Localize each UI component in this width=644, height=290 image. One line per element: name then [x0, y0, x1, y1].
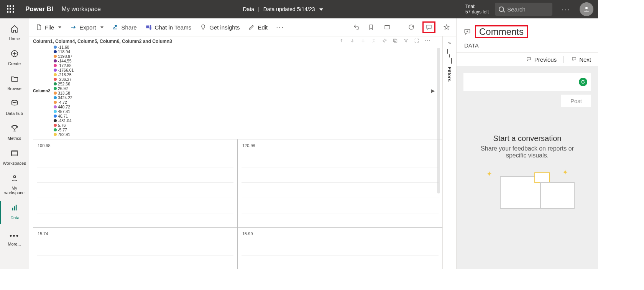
expand-down-icon[interactable]	[360, 38, 366, 43]
comment-next-icon	[571, 56, 577, 62]
chat-teams-button[interactable]: Chat in Teams	[145, 24, 192, 31]
report-canvas[interactable]: ··· Column1, Column4, Column5, Column6, …	[29, 36, 442, 269]
legend-item[interactable]: -5.77	[54, 128, 74, 132]
nav-myworkspace[interactable]: My workspace	[0, 172, 29, 199]
facet-label: 120.98	[242, 143, 439, 148]
focus-icon[interactable]	[414, 38, 419, 43]
legend-item[interactable]: 118.94	[54, 49, 74, 54]
bookmark-menu[interactable]	[368, 24, 376, 31]
filters-pane-collapsed[interactable]: « Filters	[442, 36, 456, 269]
cmdbar-right	[353, 21, 450, 33]
svg-rect-11	[385, 26, 389, 29]
comments-panel: Comments DATA Previous Next G Post Start…	[456, 18, 598, 269]
nav-create[interactable]: Create	[0, 47, 29, 70]
nav-home[interactable]: Home	[0, 22, 29, 45]
nav-data[interactable]: Data	[0, 201, 29, 224]
nav-browse[interactable]: Browse	[0, 72, 29, 95]
data-updated-button[interactable]: Data updated 5/14/23	[263, 6, 324, 12]
empty-body: Share your feedback on reports or specif…	[471, 145, 583, 159]
gridlines	[37, 152, 233, 216]
report-wrap: ··· Column1, Column4, Column5, Column6, …	[29, 36, 456, 269]
legend-item[interactable]: -4.72	[54, 100, 74, 105]
legend-item[interactable]: -213.25	[54, 72, 74, 77]
svg-rect-8	[16, 205, 17, 211]
facet-cell[interactable]: 100.98	[33, 139, 238, 228]
favorite-button[interactable]	[443, 24, 450, 31]
legend-color-dot	[54, 105, 57, 108]
legend-item[interactable]: 313.58	[54, 91, 74, 95]
teams-icon	[145, 24, 152, 31]
expand-all-icon[interactable]	[371, 38, 376, 43]
legend-item[interactable]: 1198.97	[54, 54, 74, 59]
legend-item[interactable]: -236.27	[54, 77, 74, 82]
facet-cell[interactable]: 15.74 Column1 Column4 Column5 Column6	[33, 228, 238, 269]
divider	[564, 56, 564, 63]
pin-icon[interactable]	[382, 38, 387, 43]
nav-datahub[interactable]: Data hub	[0, 97, 29, 120]
legend-item[interactable]: -1766.01	[54, 68, 74, 72]
empty-state: Start a conversation Share your feedback…	[463, 134, 591, 205]
export-icon	[70, 24, 77, 31]
get-insights-button[interactable]: Get insights	[200, 24, 240, 31]
canvas-scrollbar[interactable]	[437, 48, 440, 193]
comment-input[interactable]: G	[463, 73, 591, 91]
chevron-down-icon	[58, 26, 61, 28]
app-launcher-icon[interactable]	[7, 5, 15, 13]
comments-toggle-button[interactable]	[422, 21, 435, 33]
header-right: Trial: 57 days left Search ···	[465, 2, 595, 16]
legend-item[interactable]: 782.91	[54, 132, 74, 137]
user-avatar[interactable]	[580, 2, 593, 16]
share-button[interactable]: Share	[112, 24, 137, 31]
nav-workspaces[interactable]: Workspaces	[0, 147, 29, 169]
facet-cell[interactable]: 15.99 Column1 Column4 Column5 Column6	[238, 228, 442, 269]
legend-item[interactable]: 46.71	[54, 114, 74, 118]
previous-comment-button[interactable]: Previous	[526, 56, 557, 63]
legend-value: 313.58	[58, 91, 70, 95]
filter-icon[interactable]	[403, 38, 409, 43]
legend-item[interactable]: 26.92	[54, 86, 74, 91]
nav-metrics[interactable]: Metrics	[0, 122, 29, 144]
legend-item[interactable]: -481.04	[54, 118, 74, 123]
refresh-button[interactable]	[408, 24, 415, 31]
header-more-button[interactable]: ···	[559, 5, 573, 14]
legend-item[interactable]: 440.72	[54, 105, 74, 109]
visual-more[interactable]: ···	[425, 37, 431, 44]
home-icon	[0, 25, 29, 35]
legend-item[interactable]: -172.88	[54, 63, 74, 68]
reset-button[interactable]	[353, 24, 360, 31]
plus-circle-icon	[0, 49, 29, 60]
view-menu[interactable]	[384, 24, 392, 31]
legend-item[interactable]: 5.76	[54, 123, 74, 128]
next-comment-button[interactable]: Next	[571, 56, 591, 63]
nav-browse-label: Browse	[0, 86, 29, 91]
edit-button[interactable]: Edit	[248, 24, 268, 31]
legend-item[interactable]: -11.68	[54, 45, 74, 49]
legend-item[interactable]: 3424.22	[54, 95, 74, 100]
facet-cell[interactable]: 120.98	[238, 139, 442, 228]
nav-more[interactable]: ••• More...	[0, 230, 29, 250]
report-name[interactable]: Data	[243, 6, 255, 12]
insights-label: Get insights	[209, 24, 240, 31]
post-button[interactable]: Post	[561, 95, 591, 107]
copy-icon[interactable]	[393, 38, 398, 43]
file-icon	[35, 24, 42, 31]
legend-item[interactable]: 252.66	[54, 82, 74, 86]
legend-color-dot	[54, 110, 57, 113]
file-menu[interactable]: File	[35, 24, 61, 31]
legend-item[interactable]: 457.81	[54, 109, 74, 114]
export-menu[interactable]: Export	[70, 24, 103, 31]
drill-up-icon[interactable]	[339, 38, 344, 43]
drill-down-icon[interactable]	[350, 38, 355, 43]
nav-home-label: Home	[0, 36, 29, 41]
breadcrumb-workspace[interactable]: My workspace	[62, 6, 101, 13]
legend-color-dot	[54, 115, 57, 118]
comment-icon	[426, 24, 432, 31]
trial-status[interactable]: Trial: 57 days left	[465, 4, 489, 15]
legend-scroll-right[interactable]: ▶	[431, 88, 435, 93]
legend-color-dot	[54, 73, 57, 76]
legend-item[interactable]: -144.55	[54, 59, 74, 63]
data-updated-label: Data updated 5/14/23	[263, 6, 315, 12]
facet-label: 15.99	[242, 231, 439, 236]
search-input[interactable]: Search	[495, 3, 552, 16]
cmdbar-more[interactable]: ···	[276, 23, 284, 31]
